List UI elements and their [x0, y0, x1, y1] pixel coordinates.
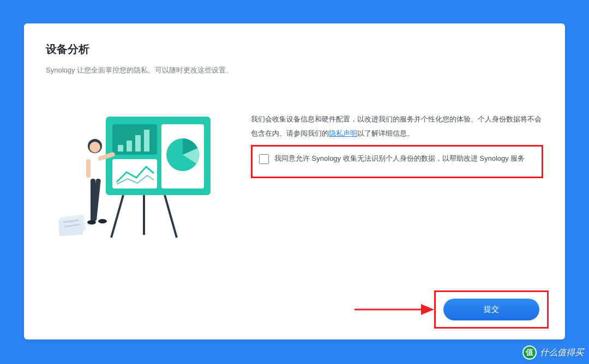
description-text: 我们会收集设备信息和硬件配置，以改进我们的服务并个性化您的体验。个人身份数据将不…: [251, 112, 543, 141]
content-row: 我们会收集设备信息和硬件配置，以改进我们的服务并个性化您的体验。个人身份数据将不…: [46, 112, 543, 243]
svg-rect-20: [86, 159, 91, 178]
consent-highlight-box: 我同意允许 Synology 收集无法识别个人身份的数据，以帮助改进 Synol…: [251, 145, 543, 178]
svg-point-23: [87, 220, 96, 225]
annotation-arrow-icon: [352, 301, 434, 318]
desc-after: 以了解详细信息。: [357, 129, 414, 137]
svg-line-5: [165, 195, 177, 238]
consent-label: 我同意允许 Synology 收集无法识别个人身份的数据，以帮助改进 Synol…: [274, 152, 525, 165]
submit-highlight-box: 提交: [434, 290, 549, 329]
consent-checkbox[interactable]: [259, 154, 269, 164]
watermark-text: 什么值得买: [540, 347, 584, 359]
svg-line-4: [111, 195, 123, 238]
page-subtitle: Synology 让您全面掌控您的隐私。可以随时更改这些设置。: [46, 65, 543, 75]
svg-point-24: [98, 219, 107, 223]
page-title: 设备分析: [46, 42, 543, 57]
text-column: 我们会收集设备信息和硬件配置，以改进我们的服务并个性化您的体验。个人身份数据将不…: [251, 112, 543, 178]
svg-rect-10: [127, 141, 132, 151]
svg-rect-9: [118, 145, 123, 151]
illustration: [46, 112, 231, 243]
privacy-link[interactable]: 隐私声明: [329, 129, 357, 137]
watermark-badge-icon: 值: [522, 345, 537, 360]
svg-point-17: [89, 142, 100, 153]
submit-button[interactable]: 提交: [443, 299, 539, 320]
dialog-card: 设备分析 Synology 让您全面掌控您的隐私。可以随时更改这些设置。: [24, 23, 565, 339]
svg-rect-13: [112, 159, 157, 189]
watermark: 值 什么值得买: [522, 345, 584, 360]
svg-marker-26: [421, 304, 434, 315]
svg-rect-12: [144, 130, 149, 151]
svg-rect-11: [135, 135, 141, 151]
